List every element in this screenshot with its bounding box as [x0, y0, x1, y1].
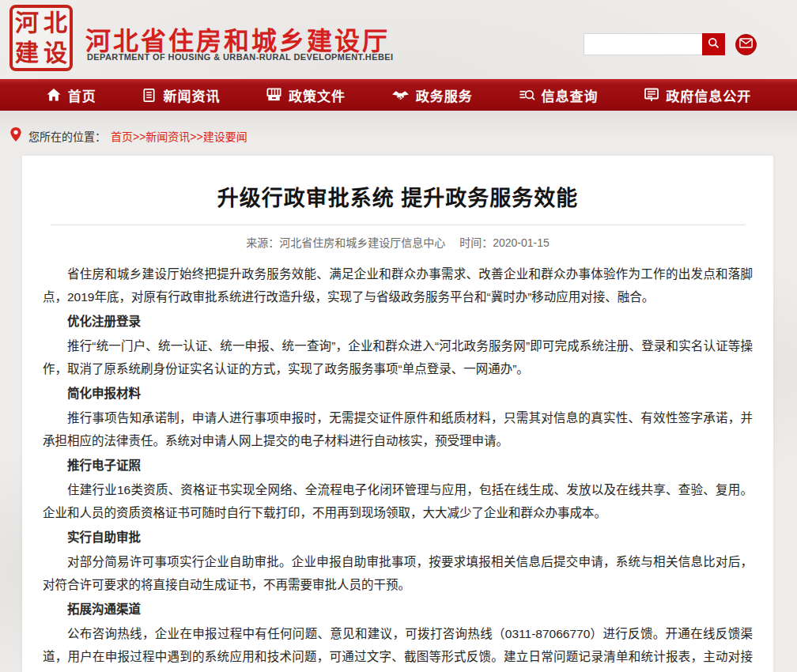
article-body: 省住房和城乡建设厅始终把提升政务服务效能、满足企业和群众办事需求、改善企业和群众…	[38, 262, 757, 672]
source-value: 河北省住房和城乡建设厅信息中心	[279, 236, 445, 249]
time-value: 2020-01-15	[493, 236, 550, 249]
breadcrumb-item-home[interactable]: 首页	[111, 130, 133, 143]
article-paragraph: 住建行业16类资质、资格证书实现全网络、全流程电子化闭环管理与应用，包括在线生成…	[43, 478, 753, 524]
nav-label: 政府信息公开	[666, 85, 751, 105]
nav-label: 首页	[68, 85, 96, 105]
article-paragraph: 省住房和城乡建设厅始终把提升政务服务效能、满足企业和群众办事需求、改善企业和群众…	[43, 262, 753, 308]
breadcrumb: 您所在的位置： 首页>>新闻资讯>>建设要闻	[0, 111, 797, 156]
mail-button[interactable]	[735, 34, 757, 55]
article-paragraph: 对部分简易许可事项实行企业自助审批。企业申报自助审批事项，按要求填报相关信息后提…	[43, 550, 753, 596]
news-icon	[142, 88, 157, 103]
breadcrumb-item-news[interactable]: 新闻资讯	[145, 130, 190, 143]
breadcrumb-label: 您所在的位置：	[28, 128, 106, 144]
site-subtitle: DEPARTMENT OF HOUSING & URBAN-RURAL DEVE…	[87, 52, 393, 62]
article-section-heading: 实行自助审批	[43, 526, 753, 549]
breadcrumb-item-section[interactable]: 建设要闻	[203, 130, 247, 143]
seal-char: 设	[43, 41, 67, 65]
site-header: 河 北 建 设 河北省住房和城乡建设厅 DEPARTMENT OF HOUSIN…	[0, 0, 797, 79]
location-pin-icon	[9, 126, 22, 145]
main-nav: 首页 新闻资讯 政策文件 政务服务 信息查询 政府信息公开	[0, 79, 797, 111]
seal-char: 建	[15, 41, 39, 65]
seal-char: 河	[15, 11, 39, 35]
breadcrumb-links: 首页>>新闻资讯>>建设要闻	[111, 128, 247, 144]
nav-label: 政策文件	[289, 85, 346, 105]
handshake-icon	[391, 88, 410, 103]
nav-label: 新闻资讯	[163, 85, 220, 105]
article-section-heading: 拓展沟通渠道	[43, 598, 753, 621]
breadcrumb-separator: >>	[190, 130, 202, 143]
search-input[interactable]	[584, 33, 702, 55]
nav-item-policy[interactable]: 政策文件	[266, 85, 346, 105]
policy-archive-icon	[266, 87, 282, 103]
nav-item-query[interactable]: 信息查询	[519, 85, 599, 105]
home-icon	[46, 87, 62, 103]
breadcrumb-separator: >>	[133, 130, 145, 143]
notice-board-icon	[644, 87, 659, 103]
title-divider	[51, 225, 745, 225]
nav-label: 信息查询	[542, 85, 599, 105]
article-panel: 升级行政审批系统 提升政务服务效能 来源：河北省住房和城乡建设厅信息中心时间：2…	[22, 156, 773, 672]
nav-item-home[interactable]: 首页	[46, 85, 96, 105]
time-label: 时间：	[459, 236, 493, 249]
search-list-icon	[519, 88, 535, 103]
article-meta: 来源：河北省住房和城乡建设厅信息中心时间：2020-01-15	[38, 234, 757, 250]
article-paragraph: 推行事项告知承诺制，申请人进行事项申报时，无需提交证件原件和纸质材料，只需其对信…	[43, 406, 753, 452]
article-paragraph: 公布咨询热线，企业在申报过程中有任何问题、意见和建议，可拨打咨询热线（0311-…	[43, 622, 753, 672]
article-section-heading: 优化注册登录	[43, 310, 753, 333]
nav-label: 政务服务	[416, 85, 473, 105]
article-paragraph: 推行“统一门户、统一认证、统一申报、统一查询”，企业和群众进入“河北政务服务网”…	[43, 334, 753, 380]
search-icon	[707, 36, 720, 52]
nav-item-disclosure[interactable]: 政府信息公开	[644, 85, 751, 105]
nav-item-news[interactable]: 新闻资讯	[142, 85, 220, 105]
article-title: 升级行政审批系统 提升政务服务效能	[38, 181, 757, 212]
seal-char: 北	[43, 11, 67, 35]
source-label: 来源：	[246, 236, 279, 249]
agency-seal-logo: 河 北 建 设	[9, 5, 73, 71]
article-section-heading: 简化申报材料	[43, 382, 753, 405]
search-button[interactable]	[702, 33, 725, 55]
nav-item-services[interactable]: 政务服务	[391, 85, 473, 105]
mail-icon	[739, 38, 753, 51]
header-search	[584, 33, 757, 55]
article-section-heading: 推行电子证照	[43, 454, 753, 477]
